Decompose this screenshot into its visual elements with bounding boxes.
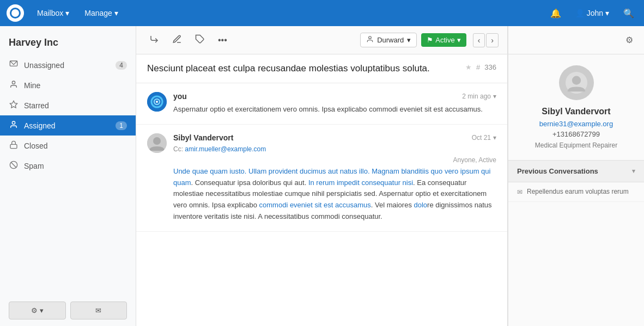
conversation-meta: ★ # 336	[465, 63, 496, 71]
gear-chevron-icon: ▾	[40, 306, 44, 315]
svg-point-1	[12, 81, 15, 84]
sidebar: Harvey Inc Unassigned 4 Mine Starred As	[0, 26, 136, 326]
star-icon	[9, 100, 19, 110]
message-you-text: Aspernatur optio et exercitationem vero …	[173, 104, 496, 115]
sidebar-item-unassigned[interactable]: Unassigned 4	[0, 55, 136, 75]
conversation-title: Nesciunt placeat est culpa recusandae mo…	[147, 63, 465, 74]
topnav-right: 🔔 👤 John ▾ 🔍	[547, 5, 637, 22]
right-panel-settings-button[interactable]: ⚙	[623, 33, 635, 47]
message-you-sender: you	[173, 92, 187, 101]
prev-conv-email-icon: ✉	[517, 188, 523, 196]
expand-icon[interactable]: ▾	[493, 93, 496, 100]
settings-button[interactable]: ⚙ ▾	[9, 302, 66, 319]
app-logo	[7, 4, 24, 22]
svg-point-8	[369, 36, 372, 39]
svg-point-14	[153, 137, 161, 145]
right-panel-header: ⚙	[508, 26, 644, 54]
message-sibyl: Sibyl Vandervort Oct 21 ▾ Cc: amir.muell…	[136, 125, 507, 232]
conversation-toolbar: ••• Durward ▾ ⚑ Active ▾ ‹ ›	[136, 26, 507, 54]
sidebar-item-closed[interactable]: Closed	[0, 136, 136, 156]
mine-icon	[9, 80, 19, 90]
mailbox-chevron-icon: ▾	[65, 9, 69, 17]
conversation-header: Nesciunt placeat est culpa recusandae mo…	[136, 54, 507, 83]
previous-conversations-chevron[interactable]: ▾	[632, 168, 635, 175]
nav-arrows: ‹ ›	[473, 33, 499, 47]
bell-icon: 🔔	[550, 8, 561, 19]
message-sibyl-text: Unde quae quam iusto. Ullam provident du…	[173, 166, 496, 223]
right-panel: ⚙ Sibyl Vandervort bernie31@example.org …	[508, 26, 644, 326]
sidebar-item-starred[interactable]: Starred	[0, 95, 136, 115]
spam-icon	[9, 161, 19, 171]
main-layout: Harvey Inc Unassigned 4 Mine Starred As	[0, 26, 644, 326]
more-icon: •••	[218, 35, 227, 45]
assigned-icon	[9, 120, 19, 131]
manage-chevron-icon: ▾	[114, 9, 118, 17]
contact-section: Sibyl Vandervort bernie31@example.org +1…	[508, 54, 644, 161]
user-icon: 👤	[575, 9, 585, 17]
search-button[interactable]: 🔍	[620, 5, 637, 22]
assigned-label: Assigned	[24, 121, 110, 130]
sidebar-item-assigned[interactable]: Assigned 1	[0, 115, 136, 136]
message-you: you 2 min ago ▾ Aspernatur optio et exer…	[136, 83, 507, 125]
user-chevron-icon: ▾	[605, 9, 609, 17]
inbox-icon	[9, 60, 19, 70]
sidebar-item-mine[interactable]: Mine	[0, 75, 136, 95]
message-you-header: you 2 min ago ▾	[173, 92, 496, 101]
assign-chevron-icon: ▾	[407, 36, 411, 44]
unassigned-label: Unassigned	[24, 61, 110, 70]
previous-conversations-section: Previous Conversations ▾ ✉ Repellendus e…	[508, 161, 644, 202]
message-you-time: 2 min ago ▾	[462, 93, 496, 100]
top-navigation: Mailbox ▾ Manage ▾ 🔔 👤 John ▾ 🔍	[0, 0, 644, 26]
sidebar-item-spam[interactable]: Spam	[0, 156, 136, 176]
compose-icon: ✉	[95, 306, 101, 315]
message-sibyl-sender: Sibyl Vandervort	[173, 133, 233, 142]
messages-area: you 2 min ago ▾ Aspernatur optio et exer…	[136, 83, 507, 326]
sibyl-expand-icon[interactable]: ▾	[493, 134, 496, 142]
sidebar-footer: ⚙ ▾ ✉	[0, 295, 136, 326]
svg-line-6	[11, 162, 16, 167]
status-chevron-icon: ▾	[457, 36, 461, 44]
next-conversation-button[interactable]: ›	[486, 33, 499, 47]
contact-email[interactable]: bernie31@example.org	[517, 120, 635, 128]
avatar-you	[147, 92, 167, 112]
assigned-count: 1	[116, 121, 127, 130]
message-sibyl-status: Anyone, Active	[173, 156, 496, 164]
cc-email-link[interactable]: amir.mueller@example.com	[185, 145, 266, 153]
manage-label: Manage	[84, 9, 112, 17]
message-you-body: you 2 min ago ▾ Aspernatur optio et exer…	[173, 92, 496, 115]
manage-menu[interactable]: Manage ▾	[78, 5, 125, 21]
user-label: John	[587, 9, 603, 17]
message-sibyl-time: Oct 21 ▾	[472, 134, 496, 142]
conversation-panel: ••• Durward ▾ ⚑ Active ▾ ‹ › Nesciunt	[136, 26, 508, 326]
user-menu[interactable]: 👤 John ▾	[569, 5, 616, 21]
svg-rect-4	[10, 144, 17, 148]
contact-phone: +13168672799	[517, 130, 635, 138]
mailbox-label: Mailbox	[37, 9, 63, 17]
previous-conversation-item[interactable]: ✉ Repellendus earum voluptas rerum	[508, 182, 644, 202]
closed-label: Closed	[24, 142, 127, 150]
conversation-number: 336	[484, 63, 496, 71]
prev-conversation-button[interactable]: ‹	[473, 33, 485, 47]
assign-label: Durward	[377, 36, 404, 44]
edit-button[interactable]	[168, 31, 186, 50]
topnav-left: Mailbox ▾ Manage ▾	[7, 4, 125, 22]
mailbox-menu[interactable]: Mailbox ▾	[31, 5, 76, 21]
star-toggle-icon[interactable]: ★	[465, 63, 472, 71]
forward-button[interactable]	[145, 31, 163, 50]
edit-icon	[172, 34, 182, 46]
gear-icon: ⚙	[31, 306, 38, 315]
assign-user-icon	[366, 35, 374, 45]
unassigned-count: 4	[116, 61, 127, 70]
notifications-button[interactable]: 🔔	[547, 5, 564, 22]
compose-button[interactable]: ✉	[70, 302, 127, 319]
contact-job: Medical Equipment Repairer	[517, 142, 635, 149]
assign-button[interactable]: Durward ▾	[360, 33, 417, 47]
tag-button[interactable]	[191, 31, 209, 50]
spam-label: Spam	[24, 162, 127, 170]
more-button[interactable]: •••	[214, 32, 232, 48]
forward-icon	[149, 34, 159, 46]
search-icon: 🔍	[623, 8, 634, 19]
contact-avatar	[559, 65, 594, 100]
message-sibyl-body: Sibyl Vandervort Oct 21 ▾ Cc: amir.muell…	[173, 133, 496, 223]
status-button[interactable]: ⚑ Active ▾	[421, 33, 466, 47]
